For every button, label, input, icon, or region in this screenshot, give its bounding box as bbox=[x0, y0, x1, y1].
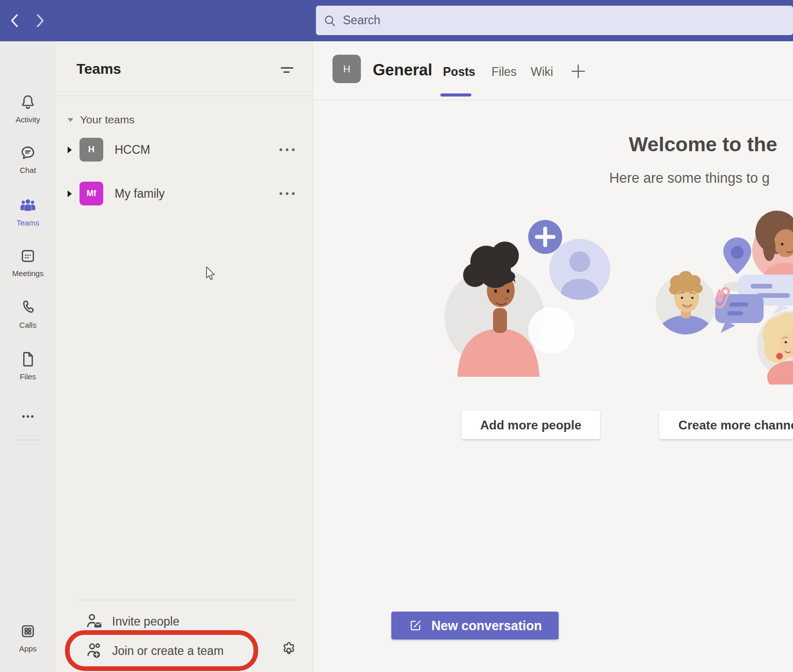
expand-arrow-icon[interactable] bbox=[67, 190, 72, 198]
sidebar-item-label: Calls bbox=[0, 321, 56, 329]
forward-button[interactable] bbox=[30, 10, 51, 31]
search-bar[interactable] bbox=[316, 6, 793, 35]
add-people-illustration bbox=[443, 214, 620, 377]
apps-grid-icon bbox=[19, 622, 37, 641]
file-icon bbox=[19, 350, 37, 369]
chevron-right-icon bbox=[34, 12, 47, 29]
join-or-create-team-label: Join or create a team bbox=[112, 644, 224, 658]
tab-files[interactable]: Files bbox=[491, 65, 517, 79]
sidebar-item-label: Chat bbox=[0, 166, 56, 174]
ellipsis-icon bbox=[19, 410, 37, 423]
tab-posts[interactable]: Posts bbox=[443, 65, 475, 79]
app-rail: Activity Chat Teams bbox=[0, 41, 56, 672]
more-options-icon[interactable] bbox=[277, 147, 297, 153]
chat-icon bbox=[19, 143, 37, 162]
teams-panel: Teams Your teams H HCCM Mf My family bbox=[56, 41, 313, 672]
sidebar-item-label: Activity bbox=[0, 115, 56, 124]
add-more-people-button[interactable]: Add more people bbox=[462, 411, 600, 439]
new-conversation-button[interactable]: New conversation bbox=[391, 612, 559, 639]
teams-app-window: Activity Chat Teams bbox=[0, 0, 793, 672]
manage-teams-gear-button[interactable] bbox=[279, 641, 299, 660]
panel-bottom-divider bbox=[74, 600, 295, 600]
compose-icon bbox=[408, 618, 423, 633]
sidebar-more-button[interactable] bbox=[0, 410, 56, 425]
calendar-icon bbox=[19, 247, 37, 265]
filter-button[interactable] bbox=[278, 62, 296, 78]
invite-people-label: Invite people bbox=[112, 615, 179, 629]
tab-wiki[interactable]: Wiki bbox=[531, 65, 553, 79]
team-name: HCCM bbox=[115, 143, 277, 157]
panel-divider bbox=[56, 95, 313, 96]
sidebar-item-meetings[interactable]: Meetings bbox=[0, 247, 56, 278]
welcome-title: Welcome to the bbox=[629, 133, 778, 156]
bell-icon bbox=[19, 93, 37, 111]
team-row-hccm[interactable]: H HCCM bbox=[56, 135, 313, 164]
sidebar-item-label: Teams bbox=[0, 218, 56, 227]
add-tab-button[interactable] bbox=[569, 62, 588, 81]
sidebar-item-calls[interactable]: Calls bbox=[0, 298, 56, 329]
search-icon bbox=[323, 14, 337, 27]
invite-people-button[interactable]: Invite people bbox=[56, 607, 313, 636]
filter-icon bbox=[278, 62, 296, 78]
team-avatar: H bbox=[80, 138, 103, 162]
section-label: Your teams bbox=[80, 114, 134, 126]
sidebar-item-label: Meetings bbox=[0, 269, 56, 278]
channels-illustration bbox=[655, 209, 793, 385]
sidebar-item-teams[interactable]: Teams bbox=[0, 196, 56, 227]
rail-divider bbox=[13, 440, 42, 440]
plus-icon bbox=[569, 62, 588, 81]
active-tab-indicator bbox=[440, 93, 471, 97]
chevron-left-icon bbox=[8, 12, 21, 29]
team-name: My family bbox=[115, 187, 277, 201]
new-conversation-label: New conversation bbox=[432, 618, 542, 633]
team-row-my-family[interactable]: Mf My family bbox=[56, 179, 313, 208]
panel-title: Teams bbox=[76, 61, 121, 77]
gear-icon bbox=[279, 641, 299, 660]
expand-arrow-icon[interactable] bbox=[67, 146, 72, 154]
more-options-icon[interactable] bbox=[277, 190, 297, 197]
sidebar-item-label: Apps bbox=[0, 644, 56, 653]
search-input[interactable] bbox=[343, 13, 766, 27]
title-bar bbox=[0, 0, 793, 41]
teams-icon bbox=[18, 196, 38, 215]
welcome-subtitle: Here are some things to g bbox=[609, 170, 770, 186]
channel-header: H General Posts Files Wiki bbox=[314, 41, 793, 100]
team-avatar: Mf bbox=[80, 182, 103, 205]
channel-avatar: H bbox=[332, 55, 361, 83]
join-or-create-team-button[interactable]: Join or create a team bbox=[56, 636, 313, 665]
join-create-team-icon bbox=[84, 641, 104, 661]
channel-main-area: H General Posts Files Wiki Welcome to th… bbox=[314, 41, 793, 672]
back-button[interactable] bbox=[4, 10, 25, 31]
channel-title: General bbox=[373, 61, 432, 79]
sidebar-item-apps[interactable]: Apps bbox=[0, 622, 56, 653]
sidebar-item-chat[interactable]: Chat bbox=[0, 143, 56, 174]
your-teams-section-header[interactable]: Your teams bbox=[56, 111, 313, 129]
sidebar-item-activity[interactable]: Activity bbox=[0, 93, 56, 124]
invite-people-icon bbox=[84, 612, 104, 631]
create-more-channels-button[interactable]: Create more channels bbox=[659, 411, 793, 439]
phone-icon bbox=[19, 298, 37, 317]
chevron-down-icon bbox=[67, 118, 74, 122]
